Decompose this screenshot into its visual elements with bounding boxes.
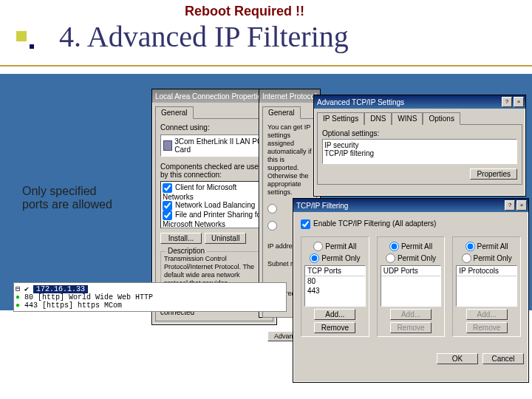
radio-tcp-all[interactable]	[313, 242, 323, 251]
slide-rule	[0, 65, 532, 66]
comp-1: Network Load Balancing	[175, 201, 255, 209]
port-scan-panel: ⊟ ✔ 172.16.1.33 80 [http] World Wide Web…	[13, 282, 287, 312]
radio-udp-only[interactable]	[386, 253, 395, 263]
slide-title: 4. Advanced IP Filtering	[59, 19, 349, 54]
description-label: Description	[166, 247, 207, 255]
ok-button[interactable]: OK	[437, 353, 478, 364]
slide-banner: Reboot Required !!	[185, 4, 304, 19]
tab-wins[interactable]: WINS	[392, 112, 423, 125]
tcp-port-1[interactable]: 443	[305, 286, 365, 296]
slide-bullet	[16, 31, 27, 41]
adapter-field: 3Com EtherLink II LAN PC Card	[160, 134, 268, 157]
radio-tcp-only[interactable]	[310, 253, 319, 263]
tcp-add-button[interactable]: Add...	[314, 309, 355, 320]
udp-permit-only: Permit Only	[398, 254, 436, 262]
titlebar-text: Local Area Connection Properties	[155, 92, 265, 100]
chk-nlb[interactable]	[163, 201, 172, 211]
uninstall-button[interactable]: Uninstall	[205, 233, 246, 244]
chk-enable-filtering[interactable]	[301, 219, 310, 229]
radio-udp-all[interactable]	[389, 242, 399, 251]
radio-ipp-only[interactable]	[462, 253, 471, 263]
install-button[interactable]: Install...	[160, 233, 202, 244]
opt-filtering[interactable]: TCP/IP filtering	[324, 149, 515, 157]
scan-row-0: 80 [http] World Wide Web HTTP	[16, 293, 284, 301]
tcp-remove-button[interactable]: Remove	[314, 322, 355, 333]
chk-file[interactable]	[163, 211, 172, 220]
scan-ip: 172.16.1.33	[33, 285, 88, 293]
ip-protocols-list[interactable]: IP Protocols	[456, 265, 517, 307]
tcp-permit-all: Permit All	[325, 242, 356, 250]
chk-client[interactable]	[163, 183, 172, 193]
scan-row-1: 443 [https] https MCom	[16, 301, 284, 310]
enable-filtering-label: Enable TCP/IP Filtering (All adapters)	[313, 219, 436, 228]
udp-remove-button: Remove	[390, 322, 432, 333]
radio-auto[interactable]	[267, 204, 277, 214]
titlebar-tcpip[interactable]: Internet Protocol (TCP/IP) Properties	[259, 89, 320, 103]
nic-icon	[163, 140, 172, 151]
ipp-add-button: Add...	[466, 309, 508, 320]
components-label: Components checked are used by this conn…	[160, 163, 268, 179]
tab-general[interactable]: General	[155, 106, 194, 119]
tcp-ports-list[interactable]: TCP Ports 80 443	[304, 265, 366, 307]
components-list[interactable]: Client for Microsoft Networks Network Lo…	[160, 181, 268, 228]
help-icon-2[interactable]: ?	[505, 200, 515, 211]
comp-2: File and Printer Sharing for Microsoft N…	[163, 211, 264, 228]
tab-options[interactable]: Options	[423, 112, 460, 125]
titlebar-text-2: Internet Protocol (TCP/IP) Properties	[262, 92, 318, 100]
ipp-remove-button: Remove	[466, 322, 508, 333]
tcpip-blurb: You can get IP settings assigned automat…	[267, 123, 312, 197]
radio-manual[interactable]	[267, 221, 277, 231]
titlebar-text-4: TCP/IP Filtering	[296, 202, 348, 210]
window-advanced-tcpip: Advanced TCP/IP Settings ? × IP Settings…	[313, 95, 526, 197]
col-header-udp: UDP Ports	[381, 266, 441, 276]
slide-note: Only specified ports are allowed	[22, 185, 126, 211]
connect-using-label: Connect using:	[160, 123, 268, 132]
close-icon[interactable]: ×	[514, 97, 524, 107]
help-icon[interactable]: ?	[502, 97, 512, 107]
tcp-port-0[interactable]: 80	[305, 276, 365, 286]
tab-dns[interactable]: DNS	[364, 112, 392, 125]
optional-settings-list[interactable]: IP security TCP/IP filtering	[322, 139, 517, 164]
radio-ipp-all[interactable]	[466, 242, 475, 251]
tab-general-2[interactable]: General	[262, 106, 301, 119]
properties-button[interactable]: Properties	[470, 168, 517, 180]
udp-add-button: Add...	[390, 309, 432, 320]
ipp-permit-only: Permit Only	[474, 254, 512, 262]
col-header-ipp: IP Protocols	[457, 266, 516, 276]
optional-settings-label: Optional settings:	[322, 129, 517, 137]
window-tcpip-filtering: TCP/IP Filtering ? × Enable TCP/IP Filte…	[293, 198, 529, 383]
titlebar-filtering[interactable]: TCP/IP Filtering ? ×	[293, 199, 528, 212]
adapter-name: 3Com EtherLink II LAN PC Card	[174, 137, 265, 154]
comp-0: Client for Microsoft Networks	[163, 183, 236, 201]
cancel-button[interactable]: Cancel	[482, 353, 524, 364]
close-icon-2[interactable]: ×	[516, 200, 527, 211]
ipp-permit-all: Permit All	[477, 242, 508, 250]
titlebar-lan[interactable]: Local Area Connection Properties	[152, 89, 276, 103]
udp-permit-all: Permit All	[401, 242, 432, 250]
udp-ports-list[interactable]: UDP Ports	[381, 265, 442, 307]
col-header-tcp: TCP Ports	[305, 266, 365, 276]
titlebar-advanced[interactable]: Advanced TCP/IP Settings ? ×	[314, 95, 525, 109]
opt-ipsec[interactable]: IP security	[324, 141, 515, 149]
titlebar-text-3: Advanced TCP/IP Settings	[317, 98, 404, 106]
tab-ip-settings[interactable]: IP Settings	[317, 112, 364, 125]
tcp-permit-only: Permit Only	[321, 254, 360, 262]
